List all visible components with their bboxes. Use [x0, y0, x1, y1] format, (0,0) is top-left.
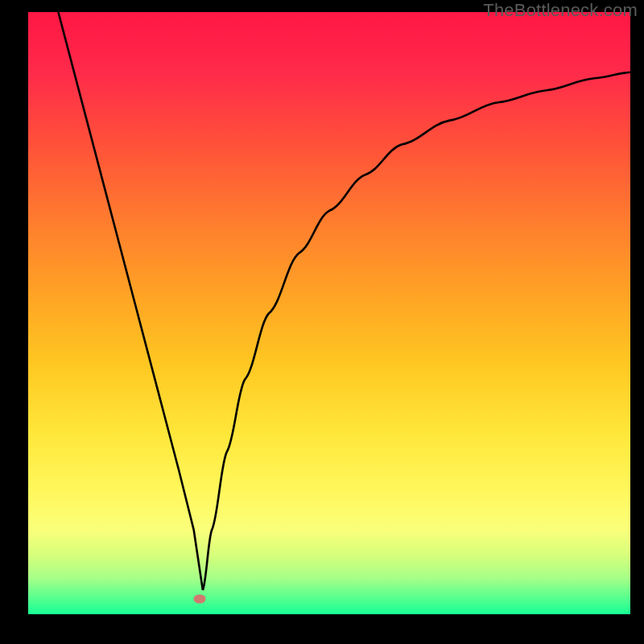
- watermark-text: TheBottleneck.com: [483, 0, 638, 21]
- chart-frame: TheBottleneck.com: [0, 0, 644, 644]
- curve-left: [58, 12, 203, 590]
- curve-right: [203, 72, 630, 590]
- bottleneck-marker: [194, 595, 206, 604]
- plot-area: [28, 12, 630, 614]
- curve-svg: [28, 12, 630, 614]
